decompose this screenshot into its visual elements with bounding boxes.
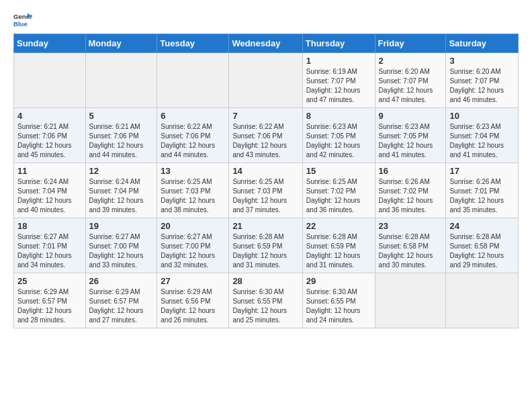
day-number: 19 — [89, 221, 154, 231]
day-info: Sunrise: 6:28 AM Sunset: 6:58 PM Dayligh… — [379, 232, 443, 270]
weekday-header-monday: Monday — [85, 34, 157, 53]
calendar-cell: 17Sunrise: 6:26 AM Sunset: 7:01 PM Dayli… — [446, 163, 519, 218]
weekday-header-saturday: Saturday — [446, 34, 519, 53]
day-number: 25 — [17, 276, 82, 286]
day-info: Sunrise: 6:23 AM Sunset: 7:04 PM Dayligh… — [449, 122, 515, 160]
calendar-cell: 4Sunrise: 6:21 AM Sunset: 7:06 PM Daylig… — [14, 108, 86, 163]
day-number: 8 — [306, 111, 371, 121]
calendar-cell: 15Sunrise: 6:25 AM Sunset: 7:02 PM Dayli… — [302, 163, 375, 218]
calendar-cell: 28Sunrise: 6:30 AM Sunset: 6:55 PM Dayli… — [229, 273, 302, 328]
calendar-cell: 16Sunrise: 6:26 AM Sunset: 7:02 PM Dayli… — [375, 163, 446, 218]
day-number: 27 — [161, 276, 225, 286]
weekday-header-friday: Friday — [375, 34, 446, 53]
calendar-cell: 5Sunrise: 6:21 AM Sunset: 7:06 PM Daylig… — [85, 108, 157, 163]
day-number: 26 — [89, 276, 154, 286]
day-number: 1 — [306, 56, 371, 66]
logo: General Blue — [13, 11, 32, 30]
day-number: 3 — [449, 56, 515, 66]
day-number: 22 — [306, 221, 371, 231]
day-number: 2 — [379, 56, 443, 66]
day-number: 18 — [17, 221, 82, 231]
calendar-cell — [229, 53, 302, 108]
day-number: 10 — [449, 111, 515, 121]
day-number: 20 — [161, 221, 225, 231]
day-number: 15 — [306, 166, 371, 176]
weekday-header-wednesday: Wednesday — [229, 34, 302, 53]
calendar-table: SundayMondayTuesdayWednesdayThursdayFrid… — [13, 34, 519, 328]
day-number: 28 — [232, 276, 298, 286]
calendar-cell: 10Sunrise: 6:23 AM Sunset: 7:04 PM Dayli… — [446, 108, 519, 163]
day-info: Sunrise: 6:19 AM Sunset: 7:07 PM Dayligh… — [306, 67, 371, 105]
calendar-cell — [157, 53, 229, 108]
day-info: Sunrise: 6:26 AM Sunset: 7:01 PM Dayligh… — [449, 177, 515, 215]
day-number: 11 — [17, 166, 82, 176]
day-info: Sunrise: 6:24 AM Sunset: 7:04 PM Dayligh… — [89, 177, 154, 215]
calendar-cell: 26Sunrise: 6:29 AM Sunset: 6:57 PM Dayli… — [85, 273, 157, 328]
day-number: 4 — [17, 111, 82, 121]
calendar-cell: 27Sunrise: 6:29 AM Sunset: 6:56 PM Dayli… — [157, 273, 229, 328]
day-info: Sunrise: 6:24 AM Sunset: 7:04 PM Dayligh… — [17, 177, 82, 215]
calendar-cell: 3Sunrise: 6:20 AM Sunset: 7:07 PM Daylig… — [446, 53, 519, 108]
weekday-header-sunday: Sunday — [14, 34, 86, 53]
day-number: 29 — [306, 276, 371, 286]
day-info: Sunrise: 6:27 AM Sunset: 7:00 PM Dayligh… — [89, 232, 154, 270]
day-number: 5 — [89, 111, 154, 121]
weekday-header-tuesday: Tuesday — [157, 34, 229, 53]
calendar-cell — [85, 53, 157, 108]
day-number: 24 — [449, 221, 515, 231]
day-info: Sunrise: 6:27 AM Sunset: 7:01 PM Dayligh… — [17, 232, 82, 270]
day-info: Sunrise: 6:23 AM Sunset: 7:05 PM Dayligh… — [306, 122, 371, 160]
day-number: 9 — [379, 111, 443, 121]
calendar-cell: 29Sunrise: 6:30 AM Sunset: 6:55 PM Dayli… — [302, 273, 375, 328]
day-info: Sunrise: 6:29 AM Sunset: 6:57 PM Dayligh… — [89, 287, 154, 325]
day-number: 7 — [232, 111, 298, 121]
svg-text:Blue: Blue — [13, 20, 28, 28]
day-info: Sunrise: 6:25 AM Sunset: 7:03 PM Dayligh… — [161, 177, 225, 215]
calendar-cell: 7Sunrise: 6:22 AM Sunset: 7:06 PM Daylig… — [229, 108, 302, 163]
day-info: Sunrise: 6:29 AM Sunset: 6:56 PM Dayligh… — [161, 287, 225, 325]
day-number: 17 — [449, 166, 515, 176]
day-number: 23 — [379, 221, 443, 231]
calendar-cell: 18Sunrise: 6:27 AM Sunset: 7:01 PM Dayli… — [14, 218, 86, 273]
calendar-cell: 11Sunrise: 6:24 AM Sunset: 7:04 PM Dayli… — [14, 163, 86, 218]
day-info: Sunrise: 6:28 AM Sunset: 6:59 PM Dayligh… — [232, 232, 298, 270]
day-info: Sunrise: 6:21 AM Sunset: 7:06 PM Dayligh… — [17, 122, 82, 160]
calendar-cell — [375, 273, 446, 328]
calendar-cell: 25Sunrise: 6:29 AM Sunset: 6:57 PM Dayli… — [14, 273, 86, 328]
day-info: Sunrise: 6:26 AM Sunset: 7:02 PM Dayligh… — [379, 177, 443, 215]
calendar-cell — [446, 273, 519, 328]
day-info: Sunrise: 6:23 AM Sunset: 7:05 PM Dayligh… — [379, 122, 443, 160]
day-number: 12 — [89, 166, 154, 176]
day-info: Sunrise: 6:28 AM Sunset: 6:58 PM Dayligh… — [449, 232, 515, 270]
day-info: Sunrise: 6:28 AM Sunset: 6:59 PM Dayligh… — [306, 232, 371, 270]
calendar-cell: 21Sunrise: 6:28 AM Sunset: 6:59 PM Dayli… — [229, 218, 302, 273]
day-info: Sunrise: 6:20 AM Sunset: 7:07 PM Dayligh… — [449, 67, 515, 105]
calendar-cell: 9Sunrise: 6:23 AM Sunset: 7:05 PM Daylig… — [375, 108, 446, 163]
calendar-cell: 20Sunrise: 6:27 AM Sunset: 7:00 PM Dayli… — [157, 218, 229, 273]
calendar-cell: 1Sunrise: 6:19 AM Sunset: 7:07 PM Daylig… — [302, 53, 375, 108]
day-number: 13 — [161, 166, 225, 176]
day-info: Sunrise: 6:22 AM Sunset: 7:06 PM Dayligh… — [161, 122, 225, 160]
calendar-cell: 19Sunrise: 6:27 AM Sunset: 7:00 PM Dayli… — [85, 218, 157, 273]
day-number: 21 — [232, 221, 298, 231]
calendar-cell: 13Sunrise: 6:25 AM Sunset: 7:03 PM Dayli… — [157, 163, 229, 218]
calendar-cell: 8Sunrise: 6:23 AM Sunset: 7:05 PM Daylig… — [302, 108, 375, 163]
day-info: Sunrise: 6:30 AM Sunset: 6:55 PM Dayligh… — [232, 287, 298, 325]
day-number: 16 — [379, 166, 443, 176]
calendar-cell: 14Sunrise: 6:25 AM Sunset: 7:03 PM Dayli… — [229, 163, 302, 218]
calendar-cell — [14, 53, 86, 108]
calendar-cell: 6Sunrise: 6:22 AM Sunset: 7:06 PM Daylig… — [157, 108, 229, 163]
calendar-cell: 24Sunrise: 6:28 AM Sunset: 6:58 PM Dayli… — [446, 218, 519, 273]
logo-icon: General Blue — [13, 11, 32, 30]
day-info: Sunrise: 6:22 AM Sunset: 7:06 PM Dayligh… — [232, 122, 298, 160]
day-number: 14 — [232, 166, 298, 176]
day-number: 6 — [161, 111, 225, 121]
calendar-cell: 22Sunrise: 6:28 AM Sunset: 6:59 PM Dayli… — [302, 218, 375, 273]
calendar-cell: 2Sunrise: 6:20 AM Sunset: 7:07 PM Daylig… — [375, 53, 446, 108]
day-info: Sunrise: 6:25 AM Sunset: 7:03 PM Dayligh… — [232, 177, 298, 215]
day-info: Sunrise: 6:20 AM Sunset: 7:07 PM Dayligh… — [379, 67, 443, 105]
day-info: Sunrise: 6:21 AM Sunset: 7:06 PM Dayligh… — [89, 122, 154, 160]
calendar-cell: 12Sunrise: 6:24 AM Sunset: 7:04 PM Dayli… — [85, 163, 157, 218]
day-info: Sunrise: 6:27 AM Sunset: 7:00 PM Dayligh… — [161, 232, 225, 270]
day-info: Sunrise: 6:30 AM Sunset: 6:55 PM Dayligh… — [306, 287, 371, 325]
